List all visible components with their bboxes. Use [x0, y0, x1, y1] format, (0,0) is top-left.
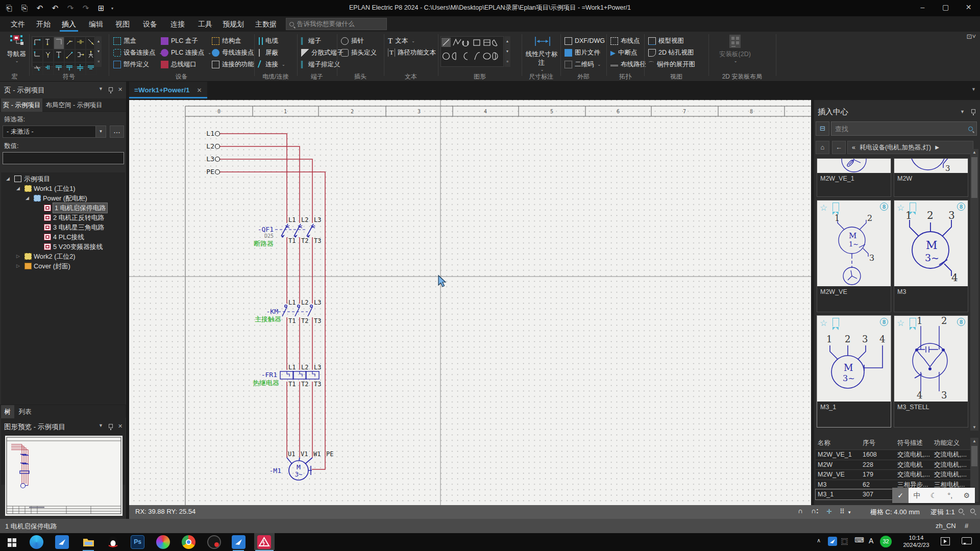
tree-item-page1[interactable]: 1 电机启保停电路 — [1, 203, 125, 213]
zoom-icon[interactable] — [959, 509, 963, 513]
obs-icon[interactable] — [207, 535, 221, 549]
tree-item-work1[interactable]: ◢ Work1 (工位1) — [1, 184, 125, 193]
bus-port-button[interactable]: 总线端口 — [161, 59, 197, 70]
tab-view[interactable]: 视图 — [111, 16, 134, 32]
tree-item-page4[interactable]: 4 PLC接线 — [1, 232, 125, 242]
cards-scrollbar[interactable]: ▲ ▼ — [970, 149, 978, 431]
filter-more-button[interactable]: ... — [110, 126, 124, 138]
tray-app-icon[interactable] — [828, 537, 837, 546]
ime-pen-icon[interactable]: ✓ — [892, 488, 909, 503]
tab-device[interactable]: 设备 — [139, 16, 161, 32]
close-tab-icon[interactable]: ✕ — [197, 87, 202, 94]
mounting-panel-button[interactable]: 安装板(2D) ⌄ — [717, 33, 753, 63]
col-function-def[interactable]: 功能定义 — [933, 436, 969, 449]
edge-icon[interactable] — [30, 535, 43, 549]
clock-date[interactable]: 2024/2/23 — [896, 542, 937, 548]
part-definition-button[interactable]: 部件定义 — [113, 59, 149, 70]
symbol-gallery-scroll[interactable]: ▲▼≡ — [95, 36, 102, 67]
pin-icon[interactable] — [109, 423, 113, 429]
tray-expand-icon[interactable]: ∧ — [817, 537, 821, 544]
tree-item-page5[interactable]: 5 V20变频器接线 — [1, 242, 125, 252]
tree-item-work2[interactable]: ▷ Work2 (工位2) — [1, 252, 125, 261]
tab-tree[interactable]: 树 — [1, 405, 14, 418]
grid-toggle-icon[interactable]: ⠿ ▼ — [840, 508, 852, 515]
interruption-point-button[interactable]: ▶中断点 — [610, 47, 638, 58]
ime-toolbar[interactable]: ✓ 中 ☾ °, ⚙ — [892, 488, 975, 503]
tab-connect[interactable]: 连接 — [166, 16, 189, 32]
close-panel-icon[interactable]: ✕ — [118, 86, 122, 93]
bookmark-icon[interactable] — [910, 203, 916, 211]
terminal-strip-definition-button[interactable]: 端子排定义 — [301, 59, 340, 70]
network-icon[interactable]: ⿴ — [841, 536, 848, 546]
col-name[interactable]: 名称 — [816, 436, 861, 449]
snap2-icon[interactable]: ∩: — [811, 507, 819, 515]
filter-dropdown-arrow[interactable]: ▼ — [95, 126, 106, 138]
model-view-button[interactable]: 模型视图 — [648, 35, 684, 46]
ribbon-search-input[interactable] — [297, 20, 379, 28]
color-wheel-icon[interactable] — [156, 535, 170, 549]
app-icon-blue1[interactable] — [55, 535, 69, 549]
zoom-100-icon[interactable] — [970, 509, 975, 513]
image-file-button[interactable]: 图片文件 — [565, 47, 600, 58]
plc-connection-point-button[interactable]: PLC 连接点⌄ — [161, 47, 211, 58]
breadcrumb[interactable]: « 耗电设备(电机,加热器,灯) ▶ — [847, 141, 973, 154]
text-button[interactable]: T文本⌄ — [388, 35, 415, 46]
tab-list[interactable]: 列表 — [15, 405, 35, 418]
symbol-card-m3-stell[interactable]: ☆8 1 2 4 3 — [894, 315, 968, 428]
pin-button[interactable]: 插针 — [341, 35, 364, 46]
panel-menu-icon[interactable]: ▼ — [960, 109, 965, 114]
tab-insert[interactable]: 插入 — [58, 16, 80, 32]
keyboard-icon[interactable]: ⌨ — [854, 536, 864, 544]
expander-icon[interactable]: ◢ — [6, 174, 10, 184]
crosshair-icon[interactable]: ✛ — [826, 508, 832, 515]
table-row[interactable]: M2W_VE_11608交流电机,...交流电机,... — [816, 449, 971, 460]
panel-menu-icon[interactable]: ▼ — [99, 86, 103, 91]
maximize-button[interactable]: ▢ — [934, 0, 957, 15]
expander-icon[interactable]: ◢ — [26, 193, 29, 203]
bookmark-icon[interactable] — [832, 203, 839, 211]
tab-layout-space[interactable]: 布局空间 - 示例项目 — [43, 98, 105, 112]
insert-search-input[interactable] — [835, 125, 968, 133]
col-symbol-desc[interactable]: 符号描述 — [896, 436, 933, 449]
symbol-card-m2w[interactable]: 3 M2W — [894, 158, 968, 197]
symbol-card-m2w-ve[interactable]: ☆8 M 1~ 1 2 3 M2W_VE — [817, 200, 891, 312]
bookmark-icon[interactable] — [832, 318, 839, 327]
pin-icon[interactable] — [109, 86, 113, 92]
symbol-card-m3[interactable]: ☆8 M 3~ 1 2 3 4 M3 — [894, 200, 968, 312]
ime-lang-indicator[interactable]: A — [869, 537, 873, 545]
tray-video-icon[interactable] — [941, 537, 950, 545]
expander-icon[interactable]: ◢ — [16, 184, 20, 193]
panel-menu-icon[interactable]: ▼ — [99, 423, 103, 428]
tab-pages[interactable]: 页 - 示例项目 — [1, 98, 42, 112]
tab-file[interactable]: 文件 — [7, 16, 29, 32]
cable-button[interactable]: 电缆 — [259, 35, 278, 46]
tree-item-cover[interactable]: ▷ Cover (封面) — [1, 261, 125, 271]
connected-function-button[interactable]: 连接的功能 — [212, 59, 254, 70]
filter-dropdown[interactable]: - 未激活 - — [3, 126, 96, 138]
back-button[interactable]: ← — [832, 141, 846, 154]
home-button[interactable]: ⌂ — [816, 141, 829, 154]
qq-icon[interactable] — [106, 535, 120, 549]
tray-badge[interactable]: 32 — [880, 536, 892, 547]
minimize-button[interactable]: – — [911, 0, 934, 15]
tree-item-page3[interactable]: 3 电机星三角电路 — [1, 222, 125, 232]
qr-code-button[interactable]: 二维码⌄ — [565, 59, 601, 70]
favorite-icon[interactable]: ☆ — [820, 203, 827, 213]
routing-point-button[interactable]: 布线点 — [610, 35, 640, 46]
plc-box-button[interactable]: PLC 盒子 — [161, 35, 198, 46]
close-panel-icon[interactable]: ✕ — [118, 423, 122, 430]
schematic-canvas[interactable]: 0 1 2 3 4 5 6 7 8 L1 L2 L3 PE — [129, 100, 811, 505]
connection-button[interactable]: 连接⌄ — [259, 59, 285, 70]
start-button[interactable] — [5, 535, 19, 549]
tree-item-project[interactable]: ◢ 示例项目 — [1, 174, 125, 184]
favorite-icon[interactable]: ☆ — [897, 203, 904, 213]
shield-button[interactable]: 屏蔽 — [259, 47, 278, 58]
tab-tools[interactable]: 工具 — [194, 16, 216, 32]
document-tab[interactable]: =Work1+Power/1✕ — [129, 82, 207, 98]
device-connection-point-button[interactable]: 设备连接点⌄ — [113, 47, 162, 58]
insert-search[interactable] — [831, 121, 977, 136]
eplan-icon[interactable] — [257, 535, 271, 549]
breadcrumb-collapse-icon[interactable]: « — [852, 141, 855, 154]
dxf-dwg-button[interactable]: DXF/DWG — [565, 35, 605, 46]
ribbon-collapse-icon[interactable]: ⊡˅ — [967, 33, 976, 40]
